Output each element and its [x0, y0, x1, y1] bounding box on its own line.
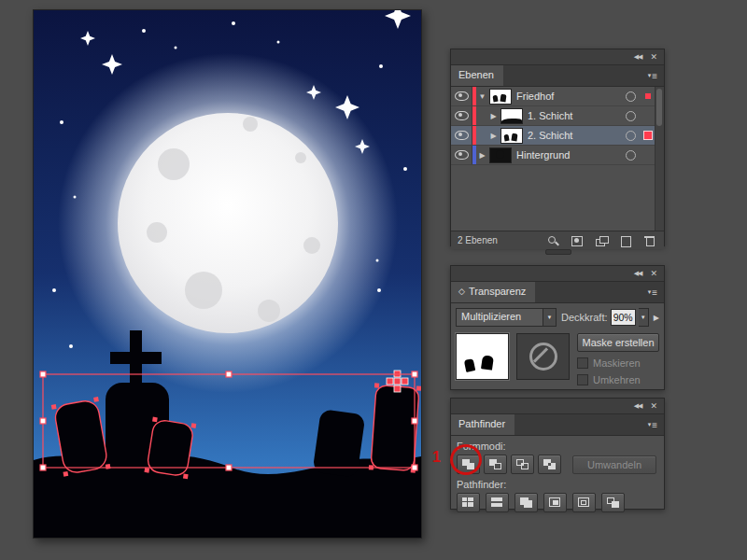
disclosure-triangle-icon[interactable]: ▶: [487, 132, 500, 140]
layer-row-schicht2[interactable]: ▶ 2. Schicht: [451, 126, 655, 146]
star-dot: [142, 29, 146, 33]
gravestone-right-selected[interactable]: [369, 383, 421, 472]
eye-icon: [455, 91, 469, 101]
star-dot: [69, 344, 73, 348]
new-layer-icon[interactable]: [618, 234, 633, 247]
layers-panel: ◀◀ ✕ Ebenen ▾≡ ▼ Friedhof: [450, 49, 665, 246]
layer-name[interactable]: 2. Schicht: [528, 130, 626, 141]
layers-bottom-bar: 2 Ebenen: [451, 231, 664, 249]
clip-checkbox: Maskieren: [577, 357, 659, 369]
artboard[interactable]: [33, 9, 422, 539]
new-sublayer-icon[interactable]: [594, 234, 609, 247]
make-mask-button[interactable]: Maske erstellen: [577, 333, 659, 352]
transparency-panel: ◀◀ ✕ ◇ Transparenz ▾≡ Multiplizieren ▼ D…: [450, 265, 665, 390]
panel-resize-grip[interactable]: [545, 249, 571, 255]
target-circle-icon[interactable]: [626, 91, 636, 102]
visibility-toggle[interactable]: [451, 106, 472, 125]
star-dot: [52, 288, 56, 292]
locate-object-icon[interactable]: [545, 234, 560, 247]
selection-indicator[interactable]: [642, 93, 654, 99]
layer-row-friedhof[interactable]: ▼ Friedhof: [451, 87, 655, 106]
shape-modes-label: Formmodi:: [457, 441, 658, 452]
pathfinder-label: Pathfinder:: [457, 479, 658, 490]
eye-icon: [455, 111, 469, 120]
unite-button[interactable]: [457, 455, 480, 474]
panel-menu-icon[interactable]: ▾≡: [641, 65, 664, 86]
outline-button[interactable]: [572, 493, 596, 512]
tab-pathfinder[interactable]: Pathfinder: [451, 414, 514, 435]
panel-menu-icon[interactable]: ▾≡: [641, 414, 664, 435]
layer-thumbnail: [500, 128, 523, 144]
layer-color-bar: [472, 106, 476, 125]
mask-thumbnail[interactable]: [516, 333, 570, 380]
transparency-tab-icon: ◇: [458, 286, 465, 296]
target-circle-icon[interactable]: [626, 111, 636, 121]
close-panel-icon[interactable]: ✕: [650, 52, 657, 62]
delete-layer-icon[interactable]: [642, 234, 657, 247]
layer-row-schicht1[interactable]: ▶ 1. Schicht: [451, 106, 655, 126]
crop-button[interactable]: [543, 493, 567, 512]
disclosure-triangle-icon[interactable]: ▼: [476, 92, 488, 101]
layer-name[interactable]: Friedhof: [516, 91, 626, 102]
intersect-icon: [515, 458, 529, 470]
transparency-panel-titlebar: ◀◀ ✕: [451, 266, 664, 282]
minus-front-button[interactable]: [484, 455, 507, 474]
divide-icon: [461, 497, 475, 509]
visibility-toggle[interactable]: [451, 87, 472, 105]
tab-ebenen[interactable]: Ebenen: [451, 65, 503, 86]
object-thumbnail[interactable]: [456, 333, 509, 380]
layer-name[interactable]: Hintergrund: [516, 149, 626, 161]
selection-indicator[interactable]: [642, 131, 654, 140]
moon[interactable]: [118, 113, 338, 333]
no-mask-icon: [529, 343, 557, 371]
minus-back-button[interactable]: [601, 493, 625, 512]
layer-thumbnail: [489, 89, 512, 105]
disclosure-triangle-icon[interactable]: ▶: [476, 151, 488, 160]
collapse-panel-icon[interactable]: ◀◀: [634, 402, 642, 410]
close-panel-icon[interactable]: ✕: [650, 401, 657, 411]
outline-icon: [577, 497, 591, 509]
merge-icon: [519, 497, 533, 509]
graveyard-scene[interactable]: [34, 10, 421, 538]
star-dot: [60, 120, 63, 124]
trim-icon: [490, 497, 504, 509]
make-clipping-mask-icon[interactable]: [570, 234, 585, 247]
merge-button[interactable]: [514, 493, 538, 512]
minus-back-icon: [606, 497, 620, 509]
target-circle-icon[interactable]: [626, 131, 636, 141]
disclosure-triangle-icon[interactable]: ▶: [487, 112, 500, 120]
exclude-button[interactable]: [538, 455, 561, 474]
divide-button[interactable]: [457, 493, 480, 512]
panel-menu-icon[interactable]: ▾≡: [641, 282, 664, 302]
blend-mode-select[interactable]: Multiplizieren ▼: [456, 308, 557, 327]
star-dot: [277, 41, 280, 44]
star-dot: [232, 21, 235, 25]
layer-name[interactable]: 1. Schicht: [528, 110, 626, 121]
crop-icon: [548, 497, 562, 509]
target-circle-icon[interactable]: [626, 150, 636, 161]
tab-transparenz[interactable]: ◇ Transparenz: [451, 282, 535, 302]
star-dot: [403, 167, 407, 171]
layers-scrollbar[interactable]: [655, 87, 664, 231]
opacity-input[interactable]: 90%: [611, 309, 636, 326]
visibility-toggle[interactable]: [451, 146, 472, 164]
opacity-flyout-icon[interactable]: ▶: [654, 314, 659, 322]
visibility-toggle[interactable]: [451, 126, 472, 145]
checkbox-icon: [577, 374, 588, 385]
eye-icon: [455, 131, 469, 140]
collapse-panel-icon[interactable]: ◀◀: [634, 53, 642, 61]
intersect-button[interactable]: [511, 455, 534, 474]
opacity-dropdown-icon[interactable]: ▼: [639, 308, 649, 327]
annotation-number: 1: [432, 449, 441, 466]
chevron-down-icon: ▼: [543, 309, 556, 326]
collapse-panel-icon[interactable]: ◀◀: [634, 270, 642, 277]
layer-count: 2 Ebenen: [458, 235, 545, 245]
trim-button[interactable]: [486, 493, 509, 512]
invert-checkbox: Umkehren: [577, 374, 659, 385]
pathfinder-tab-bar: Pathfinder ▾≡: [451, 414, 664, 436]
close-panel-icon[interactable]: ✕: [650, 269, 657, 278]
layer-row-hintergrund[interactable]: ▶ Hintergrund: [451, 146, 655, 165]
checkbox-icon: [577, 357, 588, 369]
transparency-tab-bar: ◇ Transparenz ▾≡: [451, 282, 664, 303]
pathfinder-panel: ◀◀ ✕ Pathfinder ▾≡ Formmodi: Umwandeln P…: [450, 398, 665, 510]
